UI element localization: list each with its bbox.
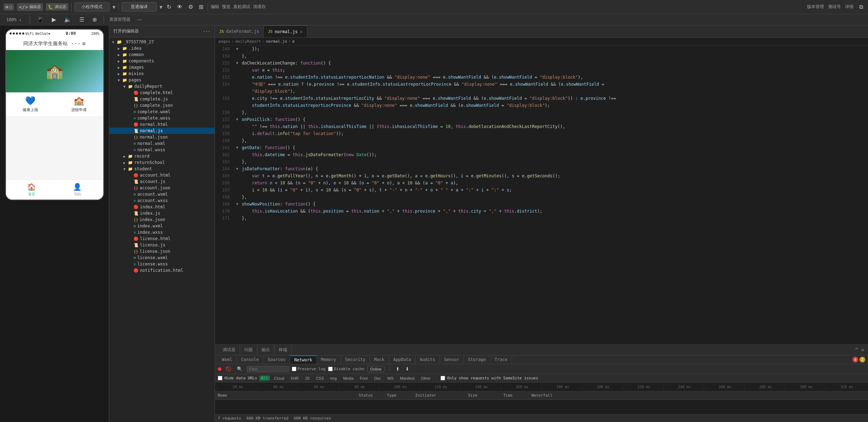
details-label[interactable]: 详情 [845, 4, 854, 10]
network-tab-network[interactable]: Network [290, 355, 317, 364]
tree-item-index-json[interactable]: {} index.json [109, 216, 215, 223]
eye-btn[interactable]: 👁 [176, 2, 184, 12]
import-btn[interactable]: ⬆ [394, 366, 401, 372]
network-tab-security[interactable]: Security [341, 355, 370, 364]
col-initiator-header[interactable]: Initiator [412, 392, 465, 398]
same-site-check[interactable] [441, 376, 445, 380]
refresh-btn[interactable]: ↻ [165, 2, 173, 12]
tree-item-license-json[interactable]: {} license.json [109, 248, 215, 255]
zoom-control[interactable]: 100% ↓ [4, 17, 24, 22]
tree-item-account-js[interactable]: 📜 account.js [109, 178, 215, 185]
tab-terminal[interactable]: 终端 [275, 345, 292, 355]
tree-item-normal-json[interactable]: {} normal.json [109, 134, 215, 140]
tree-item-index-html[interactable]: 🔴 index.html [109, 204, 215, 210]
col-type-header[interactable]: Type [384, 392, 412, 398]
collapse-arrow-14[interactable]: ▼ [236, 144, 242, 151]
debugger-btn[interactable]: 🐛 调试器 [46, 3, 68, 11]
speaker-icon[interactable]: 🔈 [63, 15, 73, 24]
filter-ws[interactable]: WS [385, 376, 396, 381]
tree-item--idea[interactable]: ▶ 📁 .idea [109, 45, 215, 51]
tree-item-notification-html[interactable]: 🔴 notification.html [109, 267, 215, 274]
play-icon[interactable]: ▶ [50, 15, 57, 24]
tree-project-root[interactable]: ▼📁_97557709_27 [109, 39, 215, 45]
tree-item-index-js[interactable]: 📜 index.js [109, 210, 215, 216]
tree-item-account-wxss[interactable]: ≋ account.wxss [109, 197, 215, 204]
disable-cache-checkbox[interactable] [328, 367, 333, 371]
tree-item-license-wxml[interactable]: ≋ license.wxml [109, 255, 215, 261]
filter-font[interactable]: Font [358, 376, 370, 381]
tree-item-common[interactable]: ▶ 📁 common [109, 51, 215, 58]
tree-item-license-js[interactable]: 📜 license.js [109, 242, 215, 248]
tab-dateformat[interactable]: JS dateFormat.js [215, 25, 264, 37]
disable-cache-check[interactable]: Disable cache [328, 367, 364, 371]
collapse-arrow-22[interactable]: ▼ [236, 201, 242, 208]
split-btn[interactable]: ⧉ [858, 2, 864, 12]
tree-item-dailyReport[interactable]: ▼ 📁 dailyReport [109, 83, 215, 90]
tab-output[interactable]: 输出 [257, 345, 275, 355]
tab-debugger[interactable]: 调试器 [218, 345, 240, 355]
tab-issues[interactable]: 问题 [240, 345, 257, 355]
collapse-arrow-0[interactable]: ▼ [236, 45, 242, 53]
network-filter-btn[interactable]: 🔍 [235, 366, 244, 372]
test-label[interactable]: 测试号 [828, 4, 841, 10]
tree-item-components[interactable]: ▶ 📁 components [109, 58, 215, 64]
network-tab-audits[interactable]: Audits [415, 355, 439, 364]
tree-item-complete-json[interactable]: {} complete.json [109, 102, 215, 109]
tree-item-images[interactable]: ▶ 📁 images [109, 64, 215, 71]
preserve-log-check[interactable]: Preserve log [292, 367, 325, 371]
preserve-log-checkbox[interactable] [292, 367, 296, 371]
clear-label[interactable]: 清缓存 [253, 4, 266, 10]
file-tree-menu[interactable]: ··· [203, 29, 210, 34]
export-btn[interactable]: ⬇ [404, 366, 411, 372]
real-machine-label[interactable]: 真机调试 [233, 4, 250, 10]
plus-icon[interactable]: ⊕ [91, 15, 98, 24]
list-icon[interactable]: ☰ [78, 15, 86, 24]
network-tab-mock[interactable]: Mock [370, 355, 389, 364]
col-status-header[interactable]: Status [356, 392, 384, 398]
health-report-item[interactable]: 💙 健康上报 [23, 96, 38, 112]
tree-item-student[interactable]: ▼ 📁 student [109, 166, 215, 172]
phone-tab-mine[interactable]: 👤 我的 [73, 183, 82, 197]
network-tab-appdata[interactable]: AppData [389, 355, 416, 364]
col-size-header[interactable]: Size [465, 392, 500, 398]
enter-school-item[interactable]: 🏫 进校申请 [71, 96, 87, 112]
col-name-header[interactable]: Name [215, 392, 356, 398]
tree-item-complete-wxss[interactable]: ≋ complete.wxss [109, 115, 215, 121]
tree-item-normal-wxss[interactable]: ≋ normal.wxss [109, 147, 215, 153]
tree-item-normal-js[interactable]: 📜 normal.js [109, 128, 215, 134]
layers-btn[interactable]: ⊞ [197, 2, 205, 12]
clear-network-btn[interactable]: 🚫 [224, 366, 233, 372]
phone-icon[interactable]: 📱 [35, 15, 45, 24]
editor-btn[interactable]: </> 编辑器 [17, 3, 43, 11]
tree-item-account-json[interactable]: {} account.json [109, 185, 215, 191]
filter-doc[interactable]: Doc [372, 376, 383, 381]
col-time-header[interactable]: Time [500, 392, 529, 398]
tab-close-btn[interactable]: × [300, 29, 302, 35]
tree-item-mixins[interactable]: ▶ 📁 mixins [109, 71, 215, 77]
filter-img[interactable]: Img [328, 376, 339, 381]
phone-tab-home[interactable]: 🏠 首页 [27, 183, 36, 197]
tree-item-index-wxss[interactable]: ≋ index.wxss [109, 229, 215, 236]
tree-item-normal-html[interactable]: 🔴 normal.html [109, 121, 215, 128]
hide-data-urls-check[interactable] [218, 376, 222, 380]
breadcrumb-item1[interactable]: pages [218, 39, 230, 44]
panel-close-btn2[interactable]: × [861, 347, 864, 353]
filter-manifest[interactable]: Manifest [398, 376, 417, 381]
compile-dropdown[interactable]: ▼ [160, 4, 162, 10]
breadcrumb-item2[interactable]: dailyReport [235, 39, 261, 44]
tree-item-complete-wxml[interactable]: ≋ complete.wxml [109, 109, 215, 115]
network-tab-console[interactable]: Console [237, 355, 264, 364]
simulator-btn[interactable]: ⊞ □ [4, 4, 14, 11]
filter-css[interactable]: CSS [314, 376, 326, 381]
network-tab-memory[interactable]: Memory [317, 355, 341, 364]
tree-item-complete-html[interactable]: 🔴 complete.html [109, 90, 215, 96]
tree-item-license-html[interactable]: 🔴 license.html [109, 236, 215, 242]
panel-close-btn[interactable]: ^ [855, 347, 858, 353]
preview-label[interactable]: 预览 [222, 4, 230, 10]
filter-xhr[interactable]: XHR [288, 376, 301, 381]
tree-item-record[interactable]: ▶ 📁 record [109, 153, 215, 159]
record-dot[interactable] [218, 367, 221, 371]
menu-icon[interactable]: ··· [70, 40, 81, 47]
network-tab-sources[interactable]: Sources [263, 355, 290, 364]
network-tab-sensor[interactable]: Sensor [440, 355, 464, 364]
